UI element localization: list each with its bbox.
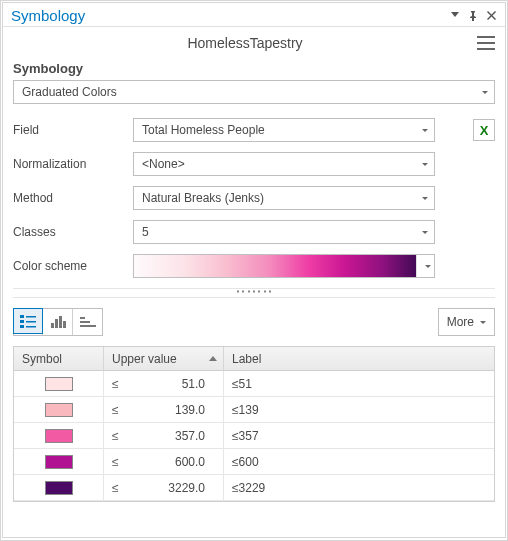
classes-value: 5	[142, 225, 418, 239]
col-header-symbol[interactable]: Symbol	[14, 347, 104, 370]
svg-rect-13	[80, 325, 96, 327]
primary-renderer-select[interactable]: Graduated Colors	[13, 80, 495, 104]
histogram-view-button[interactable]	[42, 309, 72, 335]
pane-header: Symbology	[3, 3, 505, 27]
close-icon[interactable]	[483, 8, 499, 24]
cell-upper-value[interactable]: ≤51.0	[104, 371, 224, 396]
layer-name: HomelessTapestry	[13, 35, 477, 51]
chevron-down-icon	[416, 255, 434, 277]
method-value: Natural Breaks (Jenks)	[142, 191, 418, 205]
cell-label[interactable]: ≤3229	[224, 475, 494, 500]
expression-icon: X	[480, 123, 489, 138]
color-swatch	[45, 455, 73, 469]
cell-label[interactable]: ≤139	[224, 397, 494, 422]
svg-rect-4	[26, 321, 36, 323]
cell-symbol[interactable]	[14, 449, 104, 474]
field-select[interactable]: Total Homeless People	[133, 118, 435, 142]
operator: ≤	[112, 455, 126, 469]
operator: ≤	[112, 481, 126, 495]
chevron-down-icon	[422, 163, 428, 166]
svg-rect-2	[26, 316, 36, 318]
table-row[interactable]: ≤139.0≤139	[14, 397, 494, 423]
scales-view-button[interactable]	[72, 309, 102, 335]
upper-value: 357.0	[134, 429, 215, 443]
more-button[interactable]: More	[438, 308, 495, 336]
svg-rect-5	[20, 325, 24, 328]
histogram-icon	[50, 315, 66, 329]
col-header-upper-text: Upper value	[112, 352, 177, 366]
menu-icon[interactable]	[477, 36, 495, 50]
cell-label[interactable]: ≤51	[224, 371, 494, 396]
table-row[interactable]: ≤3229.0≤3229	[14, 475, 494, 501]
color-swatch	[45, 377, 73, 391]
classes-view-button[interactable]	[13, 308, 43, 334]
operator: ≤	[112, 377, 126, 391]
svg-marker-0	[451, 12, 459, 17]
svg-rect-8	[55, 319, 58, 328]
splitter[interactable]	[13, 288, 495, 298]
svg-rect-3	[20, 320, 24, 323]
sort-asc-icon	[209, 356, 217, 361]
autohide-icon[interactable]	[447, 8, 463, 24]
primary-renderer-value: Graduated Colors	[22, 85, 478, 99]
operator: ≤	[112, 429, 126, 443]
cell-symbol[interactable]	[14, 371, 104, 396]
expression-button[interactable]: X	[473, 119, 495, 141]
cell-label[interactable]: ≤600	[224, 449, 494, 474]
cell-upper-value[interactable]: ≤139.0	[104, 397, 224, 422]
cell-symbol[interactable]	[14, 397, 104, 422]
svg-rect-10	[63, 321, 66, 328]
table-header: Symbol Upper value Label	[14, 347, 494, 371]
view-toggle	[13, 308, 103, 336]
table-row[interactable]: ≤357.0≤357	[14, 423, 494, 449]
grip-icon	[237, 291, 271, 296]
upper-value: 51.0	[134, 377, 215, 391]
chevron-down-icon	[482, 91, 488, 94]
svg-rect-7	[51, 323, 54, 328]
field-label-field: Field	[13, 123, 133, 137]
normalization-select[interactable]: <None>	[133, 152, 435, 176]
cell-symbol[interactable]	[14, 423, 104, 448]
cell-symbol[interactable]	[14, 475, 104, 500]
svg-rect-1	[20, 315, 24, 318]
method-select[interactable]: Natural Breaks (Jenks)	[133, 186, 435, 210]
cell-upper-value[interactable]: ≤600.0	[104, 449, 224, 474]
classes-select[interactable]: 5	[133, 220, 435, 244]
section-label: Symbology	[13, 61, 495, 76]
more-label: More	[447, 315, 474, 329]
list-icon	[20, 314, 36, 328]
field-label-normalization: Normalization	[13, 157, 133, 171]
table-row[interactable]: ≤51.0≤51	[14, 371, 494, 397]
chevron-down-icon	[480, 321, 486, 324]
svg-rect-9	[59, 316, 62, 328]
field-value: Total Homeless People	[142, 123, 418, 137]
color-ramp-preview	[134, 255, 416, 277]
color-swatch	[45, 429, 73, 443]
classes-toolbar: More	[13, 308, 495, 336]
field-label-method: Method	[13, 191, 133, 205]
field-label-color-scheme: Color scheme	[13, 259, 133, 273]
field-row-classes: Classes 5	[13, 220, 495, 244]
cell-label[interactable]: ≤357	[224, 423, 494, 448]
pin-icon[interactable]	[465, 8, 481, 24]
pane-title: Symbology	[11, 7, 445, 24]
chevron-down-icon	[422, 231, 428, 234]
svg-rect-11	[80, 317, 85, 319]
table-row[interactable]: ≤600.0≤600	[14, 449, 494, 475]
upper-value: 600.0	[134, 455, 215, 469]
col-header-label[interactable]: Label	[224, 347, 494, 370]
col-header-upper[interactable]: Upper value	[104, 347, 224, 370]
operator: ≤	[112, 403, 126, 417]
field-row-normalization: Normalization <None>	[13, 152, 495, 176]
cell-upper-value[interactable]: ≤3229.0	[104, 475, 224, 500]
field-row-method: Method Natural Breaks (Jenks)	[13, 186, 495, 210]
field-label-classes: Classes	[13, 225, 133, 239]
color-scheme-select[interactable]	[133, 254, 435, 278]
color-swatch	[45, 403, 73, 417]
field-row-color-scheme: Color scheme	[13, 254, 495, 278]
svg-rect-12	[80, 321, 90, 323]
normalization-value: <None>	[142, 157, 418, 171]
chevron-down-icon	[422, 197, 428, 200]
cell-upper-value[interactable]: ≤357.0	[104, 423, 224, 448]
upper-value: 3229.0	[134, 481, 215, 495]
